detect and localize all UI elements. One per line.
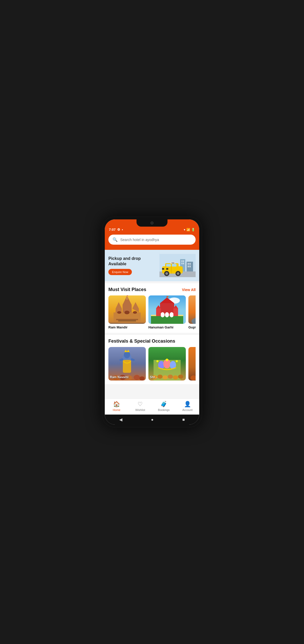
svg-rect-2: [181, 260, 182, 262]
place-card-ram-mandir[interactable]: Ram Mandir: [108, 295, 146, 329]
svg-point-23: [165, 272, 168, 275]
svg-point-87: [156, 360, 158, 362]
third-festival-image: [188, 347, 196, 381]
status-right: ▾ 📶 🔋: [184, 228, 195, 232]
svg-rect-19: [162, 268, 164, 270]
phone-shell: 7:07 ⚙ • ▾ 📶 🔋 🔍 Pickup an: [102, 216, 202, 428]
search-icon: 🔍: [113, 237, 118, 242]
banner-text: Pickup and drop Available Enquire Now: [108, 256, 141, 275]
svg-point-32: [124, 311, 130, 314]
phone-screen: 7:07 ⚙ • ▾ 📶 🔋 🔍 Pickup an: [105, 219, 199, 425]
camera: [150, 221, 154, 225]
svg-point-83: [163, 375, 168, 379]
svg-point-84: [168, 375, 173, 379]
svg-rect-49: [156, 308, 161, 316]
enquire-button[interactable]: Enquire Now: [108, 269, 132, 275]
svg-point-25: [177, 272, 179, 275]
must-visit-header: Must Visit Places View All: [108, 287, 196, 292]
ram-mandir-image: [108, 295, 146, 324]
wifi-icon: ▾: [184, 228, 185, 232]
account-label: Account: [182, 408, 193, 411]
svg-rect-8: [189, 263, 191, 265]
banner-title: Pickup and drop Available: [108, 256, 141, 267]
time: 7:07: [109, 228, 116, 232]
status-left: 7:07 ⚙ •: [109, 228, 123, 232]
svg-rect-20: [164, 268, 166, 270]
svg-point-46: [161, 312, 165, 317]
svg-point-47: [165, 312, 169, 317]
bookings-icon: 🧳: [160, 401, 167, 408]
festival-card-shr[interactable]: Shr...: [148, 347, 186, 381]
wishlist-icon: ♡: [138, 401, 143, 408]
home-button[interactable]: ●: [151, 417, 154, 422]
svg-point-34: [133, 311, 137, 314]
nav-home[interactable]: 🏠 Home: [109, 401, 124, 411]
recent-button[interactable]: ■: [182, 417, 185, 422]
search-input[interactable]: [120, 238, 191, 242]
shr-label: Shr...: [150, 375, 157, 379]
guptar-name: Guptar...: [188, 325, 196, 329]
settings-icon: ⚙: [117, 228, 120, 232]
svg-point-33: [117, 311, 121, 314]
notification-dot: •: [122, 228, 123, 232]
svg-point-85: [173, 375, 178, 379]
place-card-hanuman-garhi[interactable]: Hanuman Garhi: [148, 295, 186, 329]
festivals-title: Festivals & Special Occasions: [108, 338, 175, 344]
svg-rect-3: [183, 260, 184, 262]
account-icon: 👤: [184, 401, 191, 408]
android-nav-bar: ◀ ● ■: [105, 415, 199, 425]
svg-rect-7: [188, 263, 189, 265]
nav-bookings[interactable]: 🧳 Bookings: [156, 401, 172, 411]
svg-point-88: [166, 359, 168, 361]
shr-image: Shr...: [148, 347, 186, 381]
svg-rect-16: [166, 264, 171, 267]
hanuman-garhi-name: Hanuman Garhi: [148, 325, 186, 329]
svg-rect-37: [116, 319, 138, 320]
ram-navami-label: Ram Navami: [110, 375, 129, 379]
svg-rect-5: [183, 263, 184, 264]
bookings-label: Bookings: [158, 408, 170, 411]
places-row: Ram Mandir: [108, 295, 196, 329]
view-all-button[interactable]: View All: [182, 288, 196, 292]
svg-text:TAXI: TAXI: [171, 262, 174, 264]
svg-point-82: [157, 375, 163, 379]
signal-icon: 📶: [186, 228, 190, 232]
svg-rect-17: [172, 264, 177, 267]
bottom-nav: 🏠 Home ♡ Wishlist 🧳 Bookings 👤 Account: [105, 399, 199, 415]
must-visit-title: Must Visit Places: [108, 287, 146, 292]
search-box[interactable]: 🔍: [108, 235, 196, 245]
svg-rect-90: [188, 347, 196, 381]
home-icon: 🏠: [113, 401, 120, 408]
taxi-illustration: TAXI: [159, 254, 196, 277]
place-card-guptar[interactable]: Guptar...: [188, 295, 196, 329]
battery-icon: 🔋: [191, 228, 195, 232]
svg-rect-9: [188, 266, 189, 267]
ram-mandir-name: Ram Mandir: [108, 325, 146, 329]
svg-point-86: [178, 375, 183, 379]
back-button[interactable]: ◀: [119, 417, 122, 422]
svg-rect-21: [166, 268, 168, 270]
festival-card-third[interactable]: [188, 347, 196, 381]
nav-account[interactable]: 👤 Account: [180, 401, 195, 411]
guptar-image: [188, 295, 196, 324]
svg-point-66: [124, 351, 130, 358]
svg-point-74: [134, 375, 140, 380]
ram-navami-image: Ram Navami: [108, 347, 146, 381]
wishlist-label: Wishlist: [135, 408, 145, 411]
taxi-banner: Pickup and drop Available Enquire Now: [105, 250, 199, 281]
header: 🔍: [105, 233, 199, 250]
must-visit-section: Must Visit Places View All: [105, 283, 199, 333]
festivals-section: Festivals & Special Occasions: [105, 335, 199, 384]
main-content: Pickup and drop Available Enquire Now: [105, 250, 199, 399]
svg-point-75: [139, 376, 145, 381]
svg-point-48: [170, 312, 174, 317]
festivals-header: Festivals & Special Occasions: [108, 338, 196, 344]
svg-rect-4: [181, 263, 182, 264]
hanuman-garhi-image: [148, 295, 186, 324]
nav-wishlist[interactable]: ♡ Wishlist: [132, 401, 148, 411]
svg-point-89: [176, 360, 178, 362]
svg-rect-51: [173, 308, 178, 316]
festival-card-ram-navami[interactable]: Ram Navami: [108, 347, 146, 381]
svg-rect-10: [189, 266, 191, 267]
home-label: Home: [113, 408, 120, 411]
